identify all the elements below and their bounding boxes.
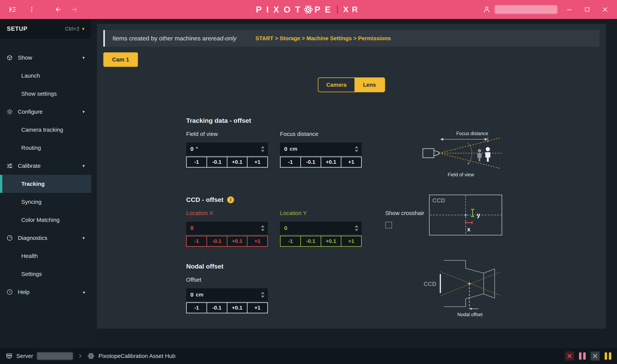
- product-label: XR: [343, 5, 361, 14]
- sidebar-group-show[interactable]: Show ▾: [0, 49, 91, 67]
- nodal-offset-steppers: -1 -0.1 +0.1 +1: [186, 302, 268, 313]
- sidebar-item-show-settings[interactable]: Show settings: [0, 85, 91, 103]
- chevron-down-icon: ▾: [82, 55, 85, 60]
- fov-step-plus1[interactable]: +1: [247, 156, 268, 168]
- titlebar: PIXOT PE XR: [0, 0, 617, 19]
- nodal-offset-unit: cm: [196, 292, 204, 298]
- fov-diagram: Focus distance: [421, 130, 505, 178]
- fov-step-minus01[interactable]: -0.1: [206, 156, 227, 168]
- y-step-minus1[interactable]: -1: [280, 236, 301, 247]
- fov-label: Field of view: [186, 131, 268, 137]
- engine1-stop-icon[interactable]: [565, 351, 574, 361]
- nodal-offset-diagram: CCD: [421, 255, 505, 319]
- kebab-menu-icon[interactable]: [27, 4, 37, 15]
- location-x-label: Location X: [186, 210, 268, 216]
- sidebar-item-routing[interactable]: Routing: [0, 139, 91, 157]
- sidebar-item-camera-tracking[interactable]: Camera tracking: [0, 121, 91, 139]
- y-step-plus01[interactable]: +0.1: [321, 236, 342, 247]
- location-y-field-group: Location Y 0 -1 -0.1 +0.1 +1: [280, 210, 362, 247]
- x-step-minus1[interactable]: -1: [186, 236, 207, 247]
- sidebar-item-health[interactable]: Health: [0, 247, 91, 265]
- logo-text-left: PIXOT: [256, 4, 305, 15]
- nodal-step-minus01[interactable]: -0.1: [206, 302, 227, 313]
- sidebar-group-help[interactable]: ? Help ◂: [0, 283, 91, 301]
- sidebar-item-tracking[interactable]: Tracking: [0, 175, 91, 193]
- fov-spinner[interactable]: [261, 143, 264, 156]
- sidebar-group-calibrate[interactable]: Calibrate ▾: [0, 157, 91, 175]
- nodal-step-plus1[interactable]: +1: [247, 302, 268, 313]
- fov-unit: °: [196, 146, 198, 152]
- focus-input[interactable]: 0 cm: [280, 143, 362, 156]
- sidebar-group-label: Show: [18, 54, 32, 61]
- sidebar-group-configure[interactable]: Configure ▾: [0, 103, 91, 121]
- setup-shortcut: Ctrl+2: [65, 26, 79, 32]
- close-button[interactable]: [600, 4, 610, 15]
- setup-mode-dropdown[interactable]: SETUP Ctrl+2 ▾: [0, 19, 91, 39]
- sidebar-group-label: Help: [18, 289, 30, 295]
- back-arrow-icon[interactable]: [53, 4, 63, 15]
- nodal-offset-label: Offset: [186, 276, 268, 283]
- breadcrumb[interactable]: START > Storage > Machine Settings > Per…: [256, 35, 391, 41]
- sidebar-item-label: Routing: [21, 145, 41, 151]
- nodal-step-minus1[interactable]: -1: [186, 302, 207, 313]
- user-account[interactable]: [482, 5, 557, 14]
- minimize-button[interactable]: [564, 4, 575, 15]
- engine1-pause-icon[interactable]: [579, 352, 586, 360]
- info-icon[interactable]: i: [227, 196, 234, 203]
- section-nodal-offset: Nodal offset Offset 0 cm -1: [186, 263, 596, 313]
- nodal-offset-input[interactable]: 0 cm: [186, 288, 268, 301]
- show-crosshair-group: Show crosshair: [385, 210, 424, 229]
- focus-step-minus1[interactable]: -1: [280, 156, 301, 168]
- x-step-minus01[interactable]: -0.1: [206, 236, 227, 247]
- nodal-step-plus01[interactable]: +0.1: [227, 302, 248, 313]
- svg-text:y: y: [477, 211, 480, 218]
- forward-arrow-icon[interactable]: [69, 4, 79, 15]
- focus-step-plus1[interactable]: +1: [341, 156, 362, 168]
- engine2-stop-icon[interactable]: [590, 351, 600, 361]
- x-step-plus1[interactable]: +1: [247, 236, 268, 247]
- location-x-input[interactable]: 0: [186, 222, 268, 234]
- focus-unit: cm: [290, 146, 297, 152]
- x-step-plus01[interactable]: +0.1: [227, 236, 248, 247]
- focus-step-minus01[interactable]: -0.1: [300, 156, 321, 168]
- chevron-down-icon: ▾: [82, 109, 85, 115]
- sidebar-item-color-matching[interactable]: Color Matching: [0, 211, 91, 229]
- focus-steppers: -1 -0.1 +0.1 +1: [280, 156, 362, 168]
- nodal-offset-spinner[interactable]: [261, 288, 264, 301]
- sidebar-item-syncing[interactable]: Syncing: [0, 193, 91, 211]
- sidebar-item-launch[interactable]: Launch: [0, 67, 91, 85]
- engine2-pause-icon[interactable]: [605, 352, 611, 360]
- fov-input[interactable]: 0 °: [186, 143, 268, 156]
- focus-value: 0: [284, 146, 288, 152]
- focus-spinner[interactable]: [355, 143, 358, 156]
- chevron-down-icon: ▾: [82, 163, 85, 169]
- readonly-notice-bar: Items created by other machines are read…: [103, 30, 600, 47]
- fov-step-minus1[interactable]: -1: [186, 156, 207, 168]
- location-y-input[interactable]: 0: [280, 222, 362, 234]
- server-status[interactable]: Server: [6, 352, 73, 360]
- sliders-icon: [6, 163, 13, 169]
- tab-lens[interactable]: Lens: [355, 78, 384, 92]
- focus-step-plus01[interactable]: +0.1: [321, 156, 342, 168]
- section-title: CCD - offset: [186, 196, 223, 203]
- asset-hub-status[interactable]: PixotopeCalibration Asset Hub: [87, 352, 175, 360]
- sidebar-group-diagnostics[interactable]: Diagnostics ▾: [0, 229, 91, 247]
- logo-divider: [337, 5, 338, 14]
- cam1-button[interactable]: Cam 1: [103, 52, 138, 67]
- y-step-plus1[interactable]: +1: [341, 236, 362, 247]
- location-x-spinner[interactable]: [261, 222, 264, 234]
- y-step-minus01[interactable]: -0.1: [300, 236, 321, 247]
- help-icon: ?: [6, 289, 13, 295]
- show-crosshair-checkbox[interactable]: [385, 222, 392, 229]
- sidebar-collapse-icon[interactable]: [8, 4, 18, 15]
- location-y-spinner[interactable]: [355, 222, 358, 234]
- sidebar-item-settings[interactable]: Settings: [0, 265, 91, 283]
- location-x-value: 0: [190, 225, 193, 231]
- fov-steppers: -1 -0.1 +0.1 +1: [186, 156, 268, 168]
- fov-step-plus01[interactable]: +0.1: [227, 156, 248, 168]
- location-x-field-group: Location X 0 -1 -0.1 +0.1 +1: [186, 210, 268, 247]
- tab-camera[interactable]: Camera: [318, 78, 355, 92]
- sidebar-item-label: Tracking: [21, 181, 45, 187]
- maximize-button[interactable]: [582, 4, 592, 15]
- app-window: PIXOT PE XR: [0, 0, 617, 364]
